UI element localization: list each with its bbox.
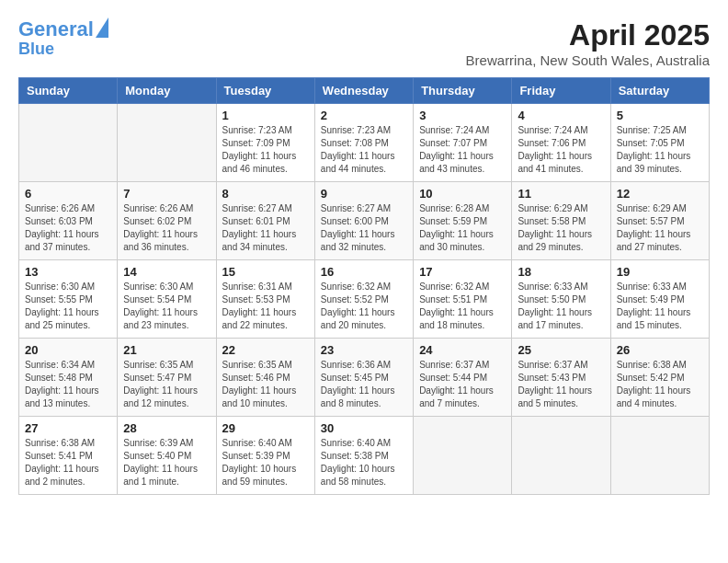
logo-icon xyxy=(96,17,108,38)
col-tuesday: Tuesday xyxy=(216,78,314,104)
day-number: 11 xyxy=(518,187,604,201)
logo: General Blue xyxy=(18,18,108,59)
day-number: 6 xyxy=(25,187,111,201)
day-number: 27 xyxy=(25,421,111,435)
calendar-cell-w3-d2: 15Sunrise: 6:31 AM Sunset: 5:53 PM Dayli… xyxy=(216,260,314,339)
calendar-cell-w5-d2: 29Sunrise: 6:40 AM Sunset: 5:39 PM Dayli… xyxy=(216,417,314,495)
day-number: 4 xyxy=(518,109,604,122)
calendar-table: Sunday Monday Tuesday Wednesday Thursday… xyxy=(18,77,710,495)
calendar-cell-w2-d2: 8Sunrise: 6:27 AM Sunset: 6:01 PM Daylig… xyxy=(216,182,314,260)
day-info: Sunrise: 7:24 AM Sunset: 7:06 PM Dayligh… xyxy=(518,124,604,176)
day-info: Sunrise: 7:23 AM Sunset: 7:09 PM Dayligh… xyxy=(222,124,309,176)
day-info: Sunrise: 6:30 AM Sunset: 5:55 PM Dayligh… xyxy=(25,281,111,332)
day-number: 10 xyxy=(419,187,506,201)
logo-general: General xyxy=(18,17,94,40)
day-info: Sunrise: 6:27 AM Sunset: 6:00 PM Dayligh… xyxy=(321,202,407,254)
calendar-cell-w1-d1 xyxy=(118,104,216,182)
day-info: Sunrise: 6:40 AM Sunset: 5:38 PM Dayligh… xyxy=(321,437,407,488)
calendar-cell-w3-d1: 14Sunrise: 6:30 AM Sunset: 5:54 PM Dayli… xyxy=(118,260,216,339)
calendar-cell-w4-d3: 23Sunrise: 6:36 AM Sunset: 5:45 PM Dayli… xyxy=(314,339,413,417)
calendar-title: April 2025 xyxy=(466,18,710,52)
logo-blue: Blue xyxy=(18,40,108,59)
day-info: Sunrise: 6:38 AM Sunset: 5:42 PM Dayligh… xyxy=(617,359,703,410)
day-info: Sunrise: 6:36 AM Sunset: 5:45 PM Dayligh… xyxy=(321,359,407,410)
calendar-cell-w4-d0: 20Sunrise: 6:34 AM Sunset: 5:48 PM Dayli… xyxy=(19,339,118,417)
calendar-cell-w4-d1: 21Sunrise: 6:35 AM Sunset: 5:47 PM Dayli… xyxy=(118,339,216,417)
day-number: 30 xyxy=(321,421,407,435)
calendar-cell-w2-d4: 10Sunrise: 6:28 AM Sunset: 5:59 PM Dayli… xyxy=(414,182,512,260)
day-number: 1 xyxy=(222,109,309,122)
calendar-cell-w2-d3: 9Sunrise: 6:27 AM Sunset: 6:00 PM Daylig… xyxy=(314,182,413,260)
day-info: Sunrise: 7:24 AM Sunset: 7:07 PM Dayligh… xyxy=(419,124,506,176)
title-block: April 2025 Brewarrina, New South Wales, … xyxy=(466,18,710,68)
day-info: Sunrise: 6:29 AM Sunset: 5:57 PM Dayligh… xyxy=(617,202,703,254)
calendar-cell-w3-d5: 18Sunrise: 6:33 AM Sunset: 5:50 PM Dayli… xyxy=(512,260,610,339)
col-sunday: Sunday xyxy=(19,78,118,104)
day-number: 12 xyxy=(617,187,703,201)
day-number: 19 xyxy=(617,265,703,279)
week-row-1: 1Sunrise: 7:23 AM Sunset: 7:09 PM Daylig… xyxy=(19,104,710,182)
calendar-cell-w1-d3: 2Sunrise: 7:23 AM Sunset: 7:08 PM Daylig… xyxy=(314,104,413,182)
day-info: Sunrise: 6:30 AM Sunset: 5:54 PM Dayligh… xyxy=(123,281,210,332)
day-number: 16 xyxy=(321,265,407,279)
day-number: 28 xyxy=(123,421,210,435)
col-wednesday: Wednesday xyxy=(314,78,413,104)
week-row-2: 6Sunrise: 6:26 AM Sunset: 6:03 PM Daylig… xyxy=(19,182,710,260)
week-row-5: 27Sunrise: 6:38 AM Sunset: 5:41 PM Dayli… xyxy=(19,417,710,495)
calendar-cell-w1-d4: 3Sunrise: 7:24 AM Sunset: 7:07 PM Daylig… xyxy=(414,104,512,182)
calendar-cell-w1-d2: 1Sunrise: 7:23 AM Sunset: 7:09 PM Daylig… xyxy=(216,104,314,182)
day-info: Sunrise: 6:34 AM Sunset: 5:48 PM Dayligh… xyxy=(25,359,111,410)
calendar-cell-w3-d3: 16Sunrise: 6:32 AM Sunset: 5:52 PM Dayli… xyxy=(314,260,413,339)
day-info: Sunrise: 6:40 AM Sunset: 5:39 PM Dayligh… xyxy=(222,437,309,488)
day-number: 7 xyxy=(123,187,210,201)
week-row-3: 13Sunrise: 6:30 AM Sunset: 5:55 PM Dayli… xyxy=(19,260,710,339)
calendar-cell-w4-d5: 25Sunrise: 6:37 AM Sunset: 5:43 PM Dayli… xyxy=(512,339,610,417)
day-info: Sunrise: 6:35 AM Sunset: 5:47 PM Dayligh… xyxy=(123,359,210,410)
day-info: Sunrise: 6:37 AM Sunset: 5:44 PM Dayligh… xyxy=(419,359,506,410)
calendar-cell-w3-d6: 19Sunrise: 6:33 AM Sunset: 5:49 PM Dayli… xyxy=(610,260,709,339)
page-header: General Blue April 2025 Brewarrina, New … xyxy=(18,18,710,68)
calendar-cell-w5-d3: 30Sunrise: 6:40 AM Sunset: 5:38 PM Dayli… xyxy=(314,417,413,495)
calendar-cell-w2-d0: 6Sunrise: 6:26 AM Sunset: 6:03 PM Daylig… xyxy=(19,182,118,260)
day-number: 29 xyxy=(222,421,309,435)
col-monday: Monday xyxy=(118,78,216,104)
calendar-cell-w4-d2: 22Sunrise: 6:35 AM Sunset: 5:46 PM Dayli… xyxy=(216,339,314,417)
calendar-cell-w2-d1: 7Sunrise: 6:26 AM Sunset: 6:02 PM Daylig… xyxy=(118,182,216,260)
day-info: Sunrise: 6:37 AM Sunset: 5:43 PM Dayligh… xyxy=(518,359,604,410)
calendar-cell-w4-d6: 26Sunrise: 6:38 AM Sunset: 5:42 PM Dayli… xyxy=(610,339,709,417)
calendar-header-row: Sunday Monday Tuesday Wednesday Thursday… xyxy=(19,78,710,104)
day-number: 3 xyxy=(419,109,506,122)
day-info: Sunrise: 6:26 AM Sunset: 6:02 PM Dayligh… xyxy=(123,202,210,254)
calendar-cell-w1-d5: 4Sunrise: 7:24 AM Sunset: 7:06 PM Daylig… xyxy=(512,104,610,182)
day-number: 26 xyxy=(617,343,703,357)
day-number: 17 xyxy=(419,265,506,279)
day-number: 24 xyxy=(419,343,506,357)
day-number: 15 xyxy=(222,265,309,279)
calendar-cell-w5-d5 xyxy=(512,417,610,495)
calendar-cell-w1-d6: 5Sunrise: 7:25 AM Sunset: 7:05 PM Daylig… xyxy=(610,104,709,182)
calendar-cell-w5-d6 xyxy=(610,417,709,495)
day-number: 18 xyxy=(518,265,604,279)
day-number: 22 xyxy=(222,343,309,357)
col-friday: Friday xyxy=(512,78,610,104)
day-info: Sunrise: 6:32 AM Sunset: 5:51 PM Dayligh… xyxy=(419,281,506,332)
calendar-subtitle: Brewarrina, New South Wales, Australia xyxy=(466,52,710,68)
logo-text: General xyxy=(18,18,94,40)
col-saturday: Saturday xyxy=(610,78,709,104)
calendar-cell-w5-d1: 28Sunrise: 6:39 AM Sunset: 5:40 PM Dayli… xyxy=(118,417,216,495)
week-row-4: 20Sunrise: 6:34 AM Sunset: 5:48 PM Dayli… xyxy=(19,339,710,417)
day-info: Sunrise: 7:25 AM Sunset: 7:05 PM Dayligh… xyxy=(617,124,703,176)
day-number: 20 xyxy=(25,343,111,357)
calendar-cell-w3-d0: 13Sunrise: 6:30 AM Sunset: 5:55 PM Dayli… xyxy=(19,260,118,339)
day-info: Sunrise: 6:32 AM Sunset: 5:52 PM Dayligh… xyxy=(321,281,407,332)
calendar-cell-w2-d5: 11Sunrise: 6:29 AM Sunset: 5:58 PM Dayli… xyxy=(512,182,610,260)
day-number: 9 xyxy=(321,187,407,201)
calendar-cell-w5-d0: 27Sunrise: 6:38 AM Sunset: 5:41 PM Dayli… xyxy=(19,417,118,495)
day-info: Sunrise: 6:33 AM Sunset: 5:50 PM Dayligh… xyxy=(518,281,604,332)
day-info: Sunrise: 6:27 AM Sunset: 6:01 PM Dayligh… xyxy=(222,202,309,254)
day-number: 2 xyxy=(321,109,407,122)
calendar-cell-w5-d4 xyxy=(414,417,512,495)
calendar-cell-w1-d0 xyxy=(19,104,118,182)
day-info: Sunrise: 7:23 AM Sunset: 7:08 PM Dayligh… xyxy=(321,124,407,176)
day-info: Sunrise: 6:38 AM Sunset: 5:41 PM Dayligh… xyxy=(25,437,111,488)
